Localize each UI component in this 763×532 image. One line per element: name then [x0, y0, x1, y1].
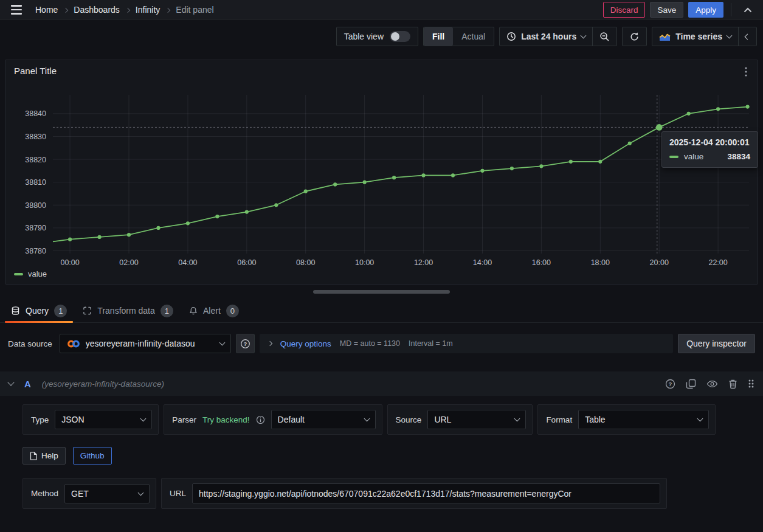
svg-text:12:00: 12:00: [414, 258, 433, 267]
discard-button[interactable]: Discard: [603, 2, 646, 18]
breadcrumb-home[interactable]: Home: [35, 5, 58, 15]
svg-text:02:00: 02:00: [119, 258, 138, 267]
hide-query-eye-icon[interactable]: [706, 379, 718, 389]
duplicate-query-icon[interactable]: [686, 379, 696, 389]
refresh-icon: [629, 32, 640, 42]
tab-count-badge: 0: [226, 305, 239, 317]
query-ref-id[interactable]: A: [24, 379, 31, 389]
time-range-picker[interactable]: Last 24 hours: [500, 27, 592, 46]
query-options-bar[interactable]: Query options MD = auto = 1130 Interval …: [260, 334, 673, 353]
format-field-group: Format Table: [537, 404, 716, 435]
url-label: URL: [168, 489, 186, 498]
svg-text:04:00: 04:00: [178, 258, 197, 267]
svg-text:38830: 38830: [25, 133, 46, 141]
tab-label: Query: [26, 306, 49, 316]
source-value: URL: [434, 415, 510, 424]
fill-actual-segmented: Fill Actual: [423, 27, 494, 46]
divider: [731, 3, 731, 16]
type-field-group: Type JSON: [22, 404, 159, 435]
tab-alert[interactable]: Alert 0: [183, 299, 245, 322]
svg-text:00:00: 00:00: [60, 258, 79, 267]
method-value: GET: [71, 489, 134, 499]
legend-color-dash: [14, 273, 23, 275]
time-series-chart-icon: [659, 32, 671, 41]
source-select[interactable]: URL: [427, 410, 526, 429]
apply-button[interactable]: Apply: [688, 2, 723, 18]
transform-icon: [83, 306, 92, 316]
table-view-toggle[interactable]: [390, 31, 410, 42]
series-color-dash: [669, 156, 678, 158]
help-button[interactable]: Help: [22, 447, 66, 465]
breadcrumb-dashboards[interactable]: Dashboards: [74, 5, 120, 15]
collapse-options-pane-button[interactable]: [739, 27, 756, 46]
chevron-down-icon: [581, 33, 587, 39]
chevron-down-icon: [138, 489, 144, 496]
url-input[interactable]: https://staging.yggio.net/api/iotnodes/6…: [192, 483, 660, 503]
svg-text:18:00: 18:00: [591, 258, 610, 267]
zoom-out-button[interactable]: [593, 27, 616, 46]
panel-menu-icon[interactable]: [739, 65, 753, 78]
tooltip-series-name: value: [684, 152, 703, 161]
time-series-chart[interactable]: 00:0002:0004:0006:0008:0010:0012:0014:00…: [5, 91, 759, 274]
svg-text:38840: 38840: [25, 109, 46, 118]
format-select[interactable]: Table: [578, 410, 709, 429]
svg-text:?: ?: [669, 381, 672, 387]
svg-text:20:00: 20:00: [650, 258, 669, 267]
svg-text:?: ?: [243, 340, 247, 347]
tab-transform-data[interactable]: Transform data 1: [77, 299, 179, 322]
panel-title[interactable]: Panel Title: [14, 66, 57, 76]
query-row-header[interactable]: A (yesoreyeram-infinity-datasource) ?: [0, 371, 763, 396]
datasource-select[interactable]: yesoreyeram-infinity-datasou: [60, 334, 231, 353]
drag-handle-icon[interactable]: [748, 379, 754, 389]
url-field-group: URL https://staging.yggio.net/api/iotnod…: [161, 478, 667, 509]
time-range-label: Last 24 hours: [521, 32, 576, 41]
svg-text:16:00: 16:00: [532, 258, 551, 267]
chevron-down-icon: [727, 33, 733, 39]
chart-tooltip: 2025-12-04 20:00:01 value 38834: [661, 131, 758, 168]
datasource-help-button[interactable]: ?: [236, 334, 255, 353]
svg-text:08:00: 08:00: [296, 258, 315, 267]
collapse-query-icon[interactable]: [7, 379, 14, 385]
url-fields-row: Method GET URL https://staging.yggio.net…: [22, 478, 755, 509]
fill-segment[interactable]: Fill: [424, 27, 453, 46]
help-links-row: Help Github: [22, 447, 755, 465]
save-button[interactable]: Save: [650, 2, 683, 18]
zoom-out-icon: [599, 32, 610, 42]
clock-icon: [506, 32, 516, 41]
refresh-button[interactable]: [623, 27, 646, 46]
parser-value: Default: [278, 415, 360, 424]
viz-picker[interactable]: Time series: [652, 27, 738, 46]
parser-select[interactable]: Default: [271, 410, 376, 429]
menu-icon[interactable]: [6, 2, 27, 18]
query-inspector-button[interactable]: Query inspector: [678, 334, 755, 353]
url-value: https://staging.yggio.net/api/iotnodes/6…: [199, 489, 571, 499]
query-help-icon[interactable]: ?: [665, 379, 675, 389]
bell-icon: [189, 306, 198, 316]
tooltip-series-value: 38834: [727, 152, 750, 161]
chevron-up-icon[interactable]: [739, 2, 757, 18]
database-icon: [11, 306, 20, 316]
github-button-label: Github: [80, 451, 105, 460]
type-select[interactable]: JSON: [55, 410, 152, 429]
github-button[interactable]: Github: [73, 447, 112, 465]
delete-query-trash-icon[interactable]: [728, 379, 737, 389]
tab-label: Transform data: [97, 306, 154, 316]
tab-query[interactable]: Query 1: [5, 299, 73, 322]
horizontal-scrollbar[interactable]: [313, 290, 450, 294]
svg-text:22:00: 22:00: [708, 258, 727, 267]
breadcrumb-infinity[interactable]: Infinity: [136, 5, 160, 15]
parser-field-group: Parser Try backend! Default: [164, 404, 382, 435]
svg-text:06:00: 06:00: [237, 258, 256, 267]
svg-text:10:00: 10:00: [355, 258, 374, 267]
query-fields-row: Type JSON Parser Try backend! Default So…: [22, 404, 755, 435]
info-circle-icon: [256, 415, 265, 424]
parser-try-backend-hint: Try backend!: [202, 415, 250, 424]
parser-label: Parser: [170, 415, 196, 424]
svg-text:38800: 38800: [25, 201, 46, 210]
chevron-down-icon: [140, 416, 147, 422]
actual-segment[interactable]: Actual: [453, 27, 494, 46]
method-select[interactable]: GET: [64, 484, 150, 503]
query-actions: ?: [665, 379, 754, 389]
legend-item-value[interactable]: value: [14, 269, 47, 278]
tab-count-badge: 1: [161, 305, 173, 317]
